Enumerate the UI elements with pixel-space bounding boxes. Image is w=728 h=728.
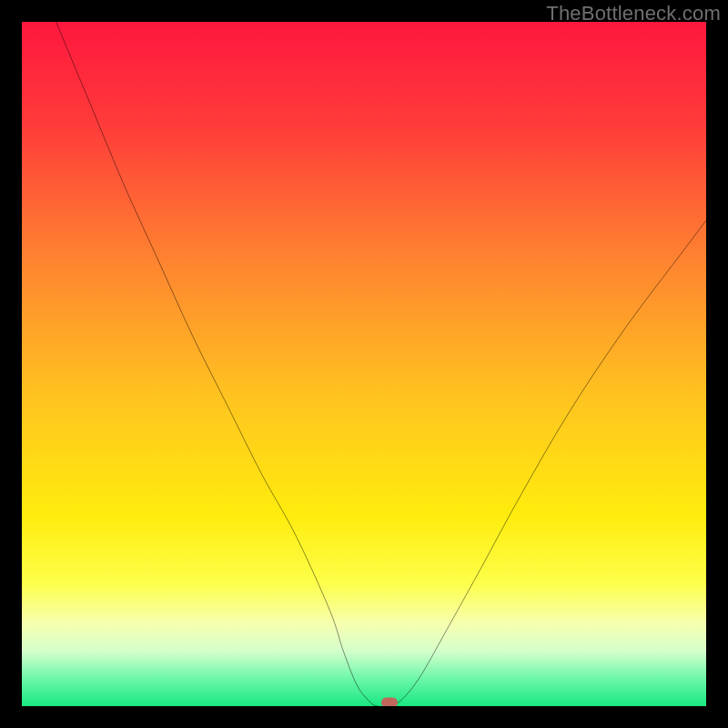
plot-area [22, 22, 706, 706]
bottleneck-curve [22, 22, 706, 706]
minimum-marker [381, 698, 398, 706]
chart-frame: TheBottleneck.com [0, 0, 728, 728]
